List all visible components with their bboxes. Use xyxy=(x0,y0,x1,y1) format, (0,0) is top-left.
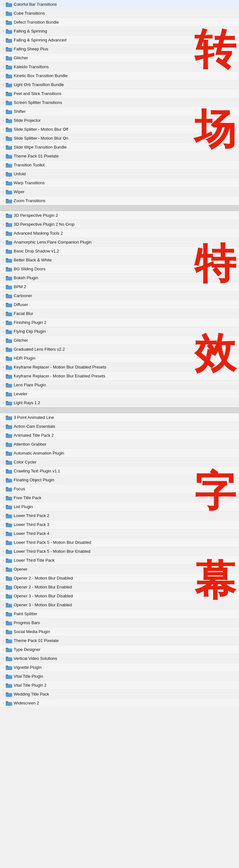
list-item[interactable]: › Vertical Video Solutions xyxy=(0,654,239,663)
list-item[interactable]: › Wedding Title Pack xyxy=(0,690,239,699)
svg-rect-218 xyxy=(6,657,8,658)
list-item[interactable]: › Lower Third Pack 3 xyxy=(0,520,239,529)
list-item[interactable]: › Vital Title Plugin xyxy=(0,672,239,681)
list-item[interactable]: › Defect Transition Bundle xyxy=(0,18,239,27)
list-item[interactable]: › Better Black & White xyxy=(0,256,239,265)
list-item[interactable]: › Opener 3 - Motion Blur Enabled xyxy=(0,600,239,610)
folder-icon xyxy=(6,338,12,343)
list-item[interactable]: › Transition Toolkit xyxy=(0,161,239,169)
list-item[interactable]: › Shifter xyxy=(0,107,239,116)
list-item[interactable]: › Unfold xyxy=(0,169,239,179)
folder-icon xyxy=(6,665,12,670)
list-item[interactable]: › Leveler xyxy=(0,390,239,399)
list-item[interactable]: › Slide Splitter - Motion Blur Off xyxy=(0,125,239,134)
list-item[interactable]: › Cartooner xyxy=(0,291,239,300)
list-item[interactable]: › Glitcher xyxy=(0,54,239,62)
list-item[interactable]: › Peel and Stick Transitions xyxy=(0,89,239,98)
svg-rect-197 xyxy=(6,594,8,595)
list-item[interactable]: › Falling & Spinning xyxy=(0,27,239,36)
list-item[interactable]: › Facial Blur xyxy=(0,309,239,318)
list-item[interactable]: › Lens Flare Plugin xyxy=(0,381,239,390)
folder-icon xyxy=(6,91,12,96)
list-item[interactable]: › Lower Third Pack 4 xyxy=(0,529,239,538)
list-item[interactable]: › Falling & Spinning Advanced xyxy=(0,36,239,44)
list-item[interactable]: › 3D Perspective Plugin 2 xyxy=(0,211,239,220)
list-item[interactable]: › Slide Splitter - Motion Blur On xyxy=(0,134,239,143)
list-item[interactable]: › BG Sliding Doors xyxy=(0,265,239,274)
list-item[interactable]: › Opener 2 - Motion Blur Enabled xyxy=(0,583,239,592)
list-item[interactable]: › Diffuser xyxy=(0,300,239,309)
list-item[interactable]: › 3 Point Animated Line xyxy=(0,413,239,422)
list-item[interactable]: › Slide Projector xyxy=(0,116,239,125)
list-item[interactable]: › Theme Pack 01 Pixelate xyxy=(0,152,239,161)
list-item[interactable]: › Glitcher xyxy=(0,336,239,345)
folder-icon xyxy=(6,154,12,159)
list-item[interactable]: › Keyframe Replacer - Motion Blur Enable… xyxy=(0,372,239,381)
folder-icon xyxy=(6,415,12,420)
list-item[interactable]: › Falling Sheep Plus xyxy=(0,44,239,54)
list-item[interactable]: › Lower Third Pack 5 - Motion Blur Enabl… xyxy=(0,547,239,556)
list-item[interactable]: › Color Cycler xyxy=(0,458,239,467)
list-item[interactable]: › Automatic Animation Plugin xyxy=(0,449,239,458)
list-item[interactable]: › Vignette Plugin xyxy=(0,663,239,672)
list-item[interactable]: › Floating Object Plugin xyxy=(0,475,239,485)
list-item[interactable]: › Finishing Plugin 2 xyxy=(0,318,239,327)
list-item[interactable]: › Screen Splitter Transitions xyxy=(0,98,239,107)
item-label: Finishing Plugin 2 xyxy=(14,320,46,325)
list-item[interactable]: › Opener 3 - Motion Blur Disabled xyxy=(0,592,239,600)
list-item[interactable]: › Free Title Pack xyxy=(0,493,239,502)
list-item[interactable]: › BPM 2 xyxy=(0,282,239,291)
folder-icon xyxy=(6,647,12,652)
item-label: Lower Third Pack 4 xyxy=(14,531,49,536)
list-item[interactable]: › Warp Transitions xyxy=(0,179,239,187)
list-item[interactable]: › Flying Clip Plugin xyxy=(0,327,239,336)
list-item[interactable]: › Lower Third Pack 5 - Motion Blur Disab… xyxy=(0,538,239,547)
item-label: Kinetic Box Transition Bundle xyxy=(14,73,68,78)
list-item[interactable]: › Advanced Masking Tools 2 xyxy=(0,229,239,238)
list-item[interactable]: › HDR Plugin xyxy=(0,354,239,363)
list-item[interactable]: › Animated Title Pack 2 xyxy=(0,431,239,440)
list-item[interactable]: › Anamorphic Lens Flare Companion Plugin xyxy=(0,238,239,247)
list-item[interactable]: › Vital Title Plugin 2 xyxy=(0,681,239,690)
list-item[interactable]: › Wiper xyxy=(0,187,239,196)
chevron-icon: › xyxy=(1,531,6,536)
list-item[interactable]: › Opener xyxy=(0,565,239,574)
list-item[interactable]: › Action Cam Essentials xyxy=(0,422,239,431)
list-item[interactable]: › 3D Perspective Plugin 2 No Crop xyxy=(0,220,239,229)
list-item[interactable]: › Attention Grabber xyxy=(0,440,239,449)
list-item[interactable]: › Bokeh Plugin xyxy=(0,274,239,282)
list-item[interactable]: › Crawling Text Plugin v1.1 xyxy=(0,467,239,475)
list-item[interactable]: › Focus xyxy=(0,485,239,493)
list-item[interactable]: › Zoom Transitions xyxy=(0,196,239,205)
list-item[interactable]: › Theme Pack 01 Pixelate xyxy=(0,636,239,645)
list-item[interactable]: › Progress Bars xyxy=(0,618,239,627)
list-item[interactable]: › List Plugin xyxy=(0,502,239,511)
list-item[interactable]: › Kinetic Box Transition Bundle xyxy=(0,71,239,80)
list-item[interactable]: › Paint Splitter xyxy=(0,610,239,618)
list-item[interactable]: › Kaleido Transitions xyxy=(0,62,239,71)
list-item[interactable]: › Widescreen 2 xyxy=(0,699,239,708)
list-item[interactable]: › Social Media Plugin xyxy=(0,627,239,636)
list-item[interactable]: › Cube Transitions xyxy=(0,9,239,18)
list-item[interactable]: › Lower Third Title Pack xyxy=(0,556,239,565)
list-item[interactable]: › Type Designer xyxy=(0,645,239,654)
list-item[interactable]: › Basic Drop Shadow v1.2 xyxy=(0,247,239,256)
item-label: Lower Third Pack 5 - Motion Blur Enabled xyxy=(14,549,90,554)
list-item[interactable]: › Opener 2 - Motion Blur Disabled xyxy=(0,574,239,583)
list-item[interactable]: › Lower Third Pack 2 xyxy=(0,511,239,520)
folder-icon xyxy=(6,73,12,79)
chevron-icon: › xyxy=(1,647,6,652)
list-item[interactable]: › Keyframe Replacer - Motion Blur Disabl… xyxy=(0,363,239,372)
folder-icon xyxy=(6,611,12,617)
chevron-icon: › xyxy=(1,285,6,289)
list-item[interactable]: › Light Rays 1.2 xyxy=(0,399,239,407)
list-item[interactable]: › Slide Wipe Transition Bundle xyxy=(0,143,239,152)
list-item[interactable]: › Light Orb Transition Bundle xyxy=(0,80,239,89)
item-label: Falling & Spinning xyxy=(14,29,47,33)
folder-icon xyxy=(6,100,12,105)
list-item[interactable]: › Colorful Bar Transitions xyxy=(0,0,239,9)
chevron-icon: › xyxy=(1,656,6,661)
svg-rect-182 xyxy=(6,550,8,551)
folder-icon xyxy=(6,118,12,123)
list-item[interactable]: › Graduated Lens Filters v2.2 xyxy=(0,345,239,354)
